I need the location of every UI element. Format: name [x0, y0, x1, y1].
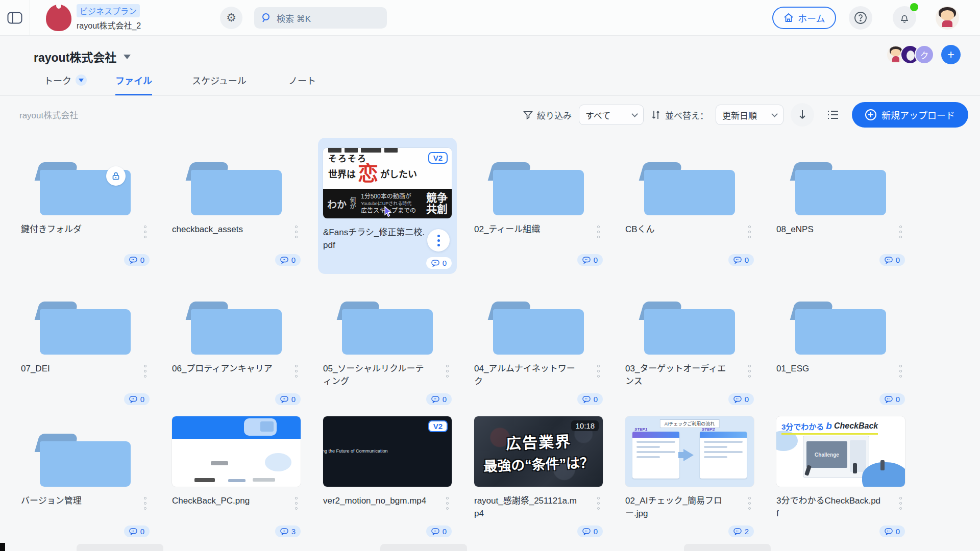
- comment-count-badge[interactable]: 0: [879, 393, 905, 405]
- tab-notes[interactable]: ノート: [288, 73, 316, 94]
- talk-dropdown-icon[interactable]: [76, 74, 87, 86]
- folder-item[interactable]: 05_ソーシャルリクルーティング 0: [323, 282, 452, 405]
- sort-direction-button[interactable]: [791, 103, 814, 127]
- comment-count-badge[interactable]: 0: [728, 393, 754, 405]
- folder-icon[interactable]: [40, 162, 131, 215]
- item-menu-button[interactable]: [748, 495, 754, 524]
- workspace-logo[interactable]: [46, 5, 71, 31]
- item-menu-button[interactable]: [144, 223, 150, 253]
- folder-icon[interactable]: [493, 302, 584, 355]
- comment-count-badge[interactable]: 0: [124, 525, 150, 537]
- comment-count-badge[interactable]: 0: [275, 254, 301, 266]
- member-avatar-3[interactable]: ク: [915, 45, 934, 64]
- sort-select[interactable]: 更新日順: [716, 105, 783, 125]
- folder-icon[interactable]: [795, 302, 886, 355]
- file-item[interactable]: CheckBack_PC.png 3: [172, 414, 301, 537]
- file-thumbnail[interactable]: AIチェックご利用の流れ STEP1 STEP2: [625, 416, 754, 487]
- comment-count-badge[interactable]: 0: [124, 393, 150, 405]
- workspace-info[interactable]: ビジネスプラン rayout株式会社_2: [77, 4, 141, 31]
- comment-count-badge[interactable]: 0: [426, 525, 452, 537]
- breadcrumb[interactable]: rayout株式会社: [19, 108, 78, 121]
- item-menu-button[interactable]: [748, 223, 754, 253]
- search-input[interactable]: 検索 ⌘K: [254, 7, 387, 29]
- comment-count-badge[interactable]: 0: [426, 393, 452, 405]
- file-thumbnail[interactable]: 10:18 広告業界 最強の“条件”は？: [474, 416, 603, 487]
- item-name: 08_eNPS: [776, 223, 814, 253]
- folder-item[interactable]: 鍵付きフォルダ 0: [21, 143, 150, 273]
- folder-item[interactable]: 03_ターゲットオーディエンス 0: [625, 282, 754, 405]
- item-menu-button[interactable]: [597, 495, 603, 524]
- item-menu-button[interactable]: [899, 223, 905, 253]
- comment-count-badge[interactable]: 3: [275, 525, 301, 537]
- tab-schedule[interactable]: スケジュール: [192, 73, 247, 94]
- file-thumbnail[interactable]: [172, 416, 301, 487]
- folder-item[interactable]: checkback_assets 0: [172, 143, 301, 273]
- folder-icon[interactable]: [493, 162, 584, 215]
- file-thumbnail[interactable]: 3分でわかる b CheckBack Challenge: [776, 416, 905, 487]
- folder-item[interactable]: バージョン管理 0: [21, 414, 150, 537]
- sidebar-toggle-icon[interactable]: [6, 10, 23, 26]
- comment-count-badge[interactable]: 0: [577, 525, 603, 537]
- comment-count-badge[interactable]: 2: [728, 525, 754, 537]
- comment-count-badge[interactable]: 0: [879, 254, 905, 266]
- folder-icon[interactable]: [795, 162, 886, 215]
- filter-select[interactable]: すべて: [579, 105, 644, 125]
- help-button[interactable]: [849, 6, 872, 30]
- folder-icon[interactable]: [644, 302, 735, 355]
- comment-count-badge[interactable]: 0: [728, 254, 754, 266]
- folder-item[interactable]: 04_アルムナイネットワーク 0: [474, 282, 603, 405]
- item-menu-button[interactable]: [597, 223, 603, 253]
- file-item[interactable]: AIチェックご利用の流れ STEP1 STEP2 02_AIチェック_簡易フロー…: [625, 414, 754, 537]
- item-menu-button[interactable]: [144, 495, 150, 524]
- file-item[interactable]: 10:18 広告業界 最強の“条件”は？ rayout_感謝祭_251121a.…: [474, 414, 603, 537]
- item-menu-button[interactable]: [427, 229, 450, 252]
- folder-item[interactable]: 01_ESG 0: [776, 282, 905, 405]
- folder-icon[interactable]: [191, 302, 282, 355]
- item-menu-button[interactable]: [899, 495, 905, 524]
- folder-item[interactable]: CBくん 0: [625, 143, 754, 273]
- item-menu-button[interactable]: [295, 363, 301, 392]
- home-button[interactable]: ホーム: [772, 7, 836, 29]
- settings-gear-icon[interactable]: ⚙: [220, 7, 242, 29]
- new-upload-button[interactable]: 新規アップロード: [852, 102, 968, 128]
- file-item[interactable]: 3分でわかる b CheckBack Challenge 3分でわかるCheck…: [776, 414, 905, 537]
- comment-count-badge[interactable]: 0: [577, 254, 603, 266]
- room-title-dropdown[interactable]: rayout株式会社: [34, 48, 131, 65]
- folder-item[interactable]: 06_プロティアンキャリア 0: [172, 282, 301, 405]
- add-member-button[interactable]: +: [941, 45, 961, 64]
- comment-count-badge[interactable]: 0: [577, 393, 603, 405]
- item-menu-button[interactable]: [295, 495, 301, 524]
- file-item-selected[interactable]: V2 そろそろ 世界は恋がしたい わか何が 1分500本の動画がYoutubeに…: [318, 138, 457, 274]
- list-view-button[interactable]: [821, 103, 845, 127]
- comment-icon: [280, 257, 288, 264]
- folder-item[interactable]: 02_ティール組織 0: [474, 143, 603, 273]
- file-thumbnail[interactable]: V2 ing the Future of Communication: [323, 416, 452, 487]
- folder-icon[interactable]: [644, 162, 735, 215]
- item-menu-button[interactable]: [597, 363, 603, 392]
- folder-icon[interactable]: [40, 302, 131, 355]
- comment-count-badge[interactable]: 0: [124, 254, 150, 266]
- item-menu-button[interactable]: [899, 363, 905, 392]
- item-menu-button[interactable]: [748, 363, 754, 392]
- search-placeholder: 検索 ⌘K: [277, 12, 311, 24]
- item-menu-button[interactable]: [446, 495, 452, 524]
- item-menu-button[interactable]: [446, 363, 452, 392]
- user-avatar[interactable]: [936, 6, 959, 30]
- tab-talk[interactable]: トーク: [44, 73, 87, 94]
- folder-item[interactable]: 07_DEI 0: [21, 282, 150, 405]
- item-menu-button[interactable]: [295, 223, 301, 253]
- folder-item[interactable]: 08_eNPS 0: [776, 143, 905, 273]
- item-menu-button[interactable]: [144, 363, 150, 392]
- folder-icon[interactable]: [40, 434, 131, 487]
- comment-count-badge[interactable]: 0: [426, 257, 452, 269]
- file-item[interactable]: V2 ing the Future of Communication ver2_…: [323, 414, 452, 537]
- cursor-pointer-icon: [383, 206, 393, 217]
- comment-count-badge[interactable]: 0: [879, 525, 905, 537]
- file-thumbnail[interactable]: V2 そろそろ 世界は恋がしたい わか何が 1分500本の動画がYoutubeに…: [323, 148, 452, 218]
- tab-files[interactable]: ファイル: [115, 73, 152, 95]
- filter-button[interactable]: 絞り込み: [523, 109, 572, 121]
- comment-icon: [885, 257, 893, 264]
- folder-icon[interactable]: [191, 162, 282, 215]
- folder-icon[interactable]: [342, 302, 433, 355]
- comment-count-badge[interactable]: 0: [275, 393, 301, 405]
